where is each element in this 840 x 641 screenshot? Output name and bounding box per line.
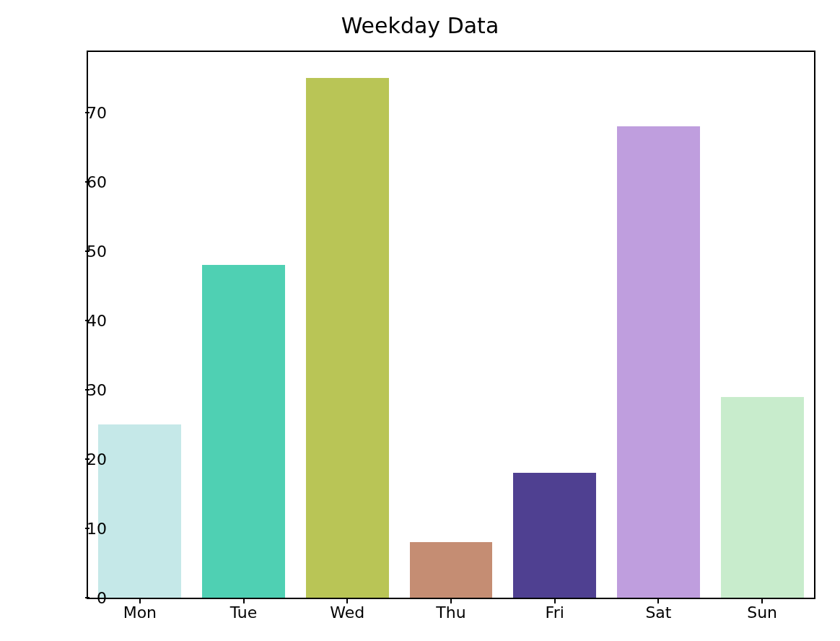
bar-mon bbox=[98, 424, 181, 598]
x-tick-mark bbox=[657, 599, 659, 603]
x-tick-mark bbox=[554, 599, 556, 603]
y-tick-mark bbox=[85, 320, 89, 321]
y-tick-mark bbox=[85, 458, 89, 460]
y-tick-mark bbox=[85, 181, 89, 183]
x-tick-label: Mon bbox=[123, 603, 157, 622]
figure: Weekday Data 010203040506070 MonTueWedTh… bbox=[0, 0, 840, 641]
x-tick-label: Tue bbox=[230, 603, 258, 622]
x-tick-mark bbox=[346, 599, 348, 603]
bar-fri bbox=[513, 473, 596, 598]
x-tick-label: Sun bbox=[747, 603, 777, 622]
y-tick-mark bbox=[85, 597, 89, 598]
x-tick-label: Fri bbox=[546, 603, 564, 622]
x-tick-label: Thu bbox=[436, 603, 465, 622]
plot-area bbox=[88, 52, 814, 598]
x-tick-label: Sat bbox=[645, 603, 671, 622]
x-tick-mark bbox=[761, 599, 763, 603]
y-tick-mark bbox=[85, 389, 89, 391]
x-tick-label: Wed bbox=[330, 603, 364, 622]
y-tick-mark bbox=[85, 250, 89, 252]
bar-sat bbox=[617, 126, 700, 598]
x-tick-mark bbox=[243, 599, 245, 603]
bar-tue bbox=[202, 265, 285, 598]
bar-wed bbox=[306, 78, 389, 598]
bar-sun bbox=[721, 397, 804, 598]
chart-title: Weekday Data bbox=[0, 13, 840, 38]
x-tick-mark bbox=[139, 599, 141, 603]
y-tick-mark bbox=[85, 528, 89, 529]
x-tick-mark bbox=[450, 599, 452, 603]
axes-frame bbox=[87, 51, 815, 599]
bar-thu bbox=[410, 542, 493, 598]
y-tick-mark bbox=[85, 112, 89, 113]
